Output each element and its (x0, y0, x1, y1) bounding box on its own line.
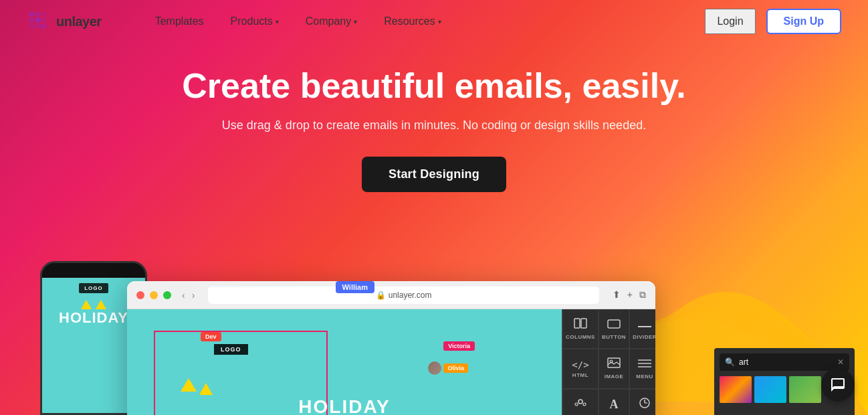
resources-chevron-icon: ▾ (438, 18, 441, 25)
html-label: HTML (572, 372, 588, 378)
nav-item-products[interactable]: Products ▾ (217, 10, 292, 33)
email-triangle-1 (181, 378, 197, 392)
tool-button[interactable]: BUTTON (599, 309, 629, 349)
url-bar[interactable]: 🔒 unlayer.com (208, 286, 599, 304)
svg-rect-3 (35, 18, 40, 23)
collaborator-victoria-badge: Victoria (443, 341, 475, 351)
columns-label: COLUMNS (566, 334, 595, 340)
triangle-decoration-1 (81, 300, 92, 309)
nav-right: Login Sign Up (705, 9, 841, 34)
menu-icon (638, 357, 651, 371)
collaborator-dev-badge: Dev (201, 332, 221, 341)
copy-icon: ⧉ (639, 289, 646, 301)
svg-rect-0 (29, 12, 34, 17)
company-chevron-icon: ▾ (354, 18, 357, 25)
lock-icon: 🔒 (376, 290, 386, 300)
phone-holiday-text: HOLIDAY (59, 309, 128, 327)
timer-icon (639, 397, 651, 412)
email-logo-label: LOGO (214, 344, 248, 355)
button-label: BUTTON (602, 334, 626, 340)
add-tab-icon: + (627, 289, 633, 301)
text-icon: A (610, 398, 619, 412)
search-bar-area: 🔍 ✕ (720, 353, 849, 371)
olivia-avatar (428, 361, 441, 375)
browser-bar: ‹ › 🔒 unlayer.com ⬆ + ⧉ (127, 281, 655, 309)
tool-html[interactable]: </> HTML (562, 349, 599, 388)
nav-item-resources[interactable]: Resources ▾ (370, 10, 454, 33)
tool-timer[interactable]: TIMER (629, 389, 655, 415)
browser-minimize-dot (150, 291, 158, 299)
email-triangle-2 (199, 383, 213, 395)
browser-nav-arrows: ‹ › (182, 290, 195, 301)
editor-panel: COLUMNS BUTTON DIVIDER </> (562, 309, 655, 415)
search-result-2[interactable] (754, 376, 786, 403)
clear-search-icon[interactable]: ✕ (837, 357, 844, 367)
svg-rect-6 (29, 24, 34, 29)
tool-text[interactable]: A TEXT (599, 389, 629, 415)
browser-icons-right: ⬆ + ⧉ (613, 289, 646, 301)
image-icon (607, 357, 621, 371)
chat-bubble[interactable] (821, 368, 855, 402)
nav-links: Templates Products ▾ Company ▾ Resources… (142, 10, 706, 33)
back-arrow-icon: ‹ (182, 290, 185, 301)
email-canvas: Dev LOGO Victoria Olivia HOLIDAY (127, 309, 562, 415)
svg-rect-5 (41, 18, 46, 23)
tool-columns[interactable]: COLUMNS (562, 309, 599, 349)
browser-close-dot (136, 291, 144, 299)
svg-point-19 (575, 403, 578, 406)
browser-content: Dev LOGO Victoria Olivia HOLIDAY (127, 309, 655, 415)
cta-button[interactable]: Start Designing (362, 157, 506, 192)
divider-icon (638, 318, 651, 332)
login-button[interactable]: Login (705, 9, 755, 34)
navbar: unlayer Templates Products ▾ Company ▾ R… (0, 0, 868, 43)
phone-notch (42, 263, 145, 278)
svg-rect-13 (608, 358, 620, 367)
svg-point-20 (583, 403, 586, 406)
products-chevron-icon: ▾ (276, 18, 279, 25)
hero-subtitle: Use drag & drop to create emails in minu… (0, 118, 868, 133)
collaborator-olivia-badge: Olivia (443, 363, 468, 373)
triangle-decoration-2 (96, 300, 106, 309)
tool-social[interactable]: SOCIAL (562, 389, 599, 415)
html-icon: </> (572, 359, 588, 370)
search-icon: 🔍 (725, 357, 735, 367)
button-icon (607, 318, 621, 332)
phone-decorations (81, 300, 106, 309)
search-input[interactable] (739, 357, 833, 367)
logo-icon (27, 9, 51, 33)
phone-logo-text: LOGO (79, 283, 108, 293)
svg-rect-10 (581, 319, 586, 328)
url-text: unlayer.com (389, 290, 432, 300)
hero-content: Create beautiful emails, easily. Use dra… (0, 67, 868, 192)
svg-rect-4 (41, 12, 46, 17)
svg-rect-2 (29, 18, 34, 23)
forward-arrow-icon: › (192, 290, 195, 301)
hero-section: unlayer Templates Products ▾ Company ▾ R… (0, 0, 868, 415)
collaborator-william-badge: William (336, 281, 374, 293)
hero-title: Create beautiful emails, easily. (0, 67, 868, 105)
social-icon (574, 398, 587, 412)
brand-name: unlayer (56, 14, 102, 29)
svg-rect-7 (35, 24, 40, 29)
svg-rect-8 (41, 24, 46, 29)
nav-item-company[interactable]: Company ▾ (292, 10, 370, 33)
tool-divider[interactable]: DIVIDER (629, 309, 655, 349)
nav-item-templates[interactable]: Templates (142, 10, 217, 33)
svg-rect-1 (35, 12, 40, 17)
tool-image[interactable]: IMAGE (599, 349, 629, 388)
logo-area[interactable]: unlayer (27, 9, 102, 33)
svg-point-18 (578, 400, 582, 404)
divider-label: DIVIDER (633, 334, 655, 340)
search-result-1[interactable] (720, 376, 752, 403)
tool-menu[interactable]: MENU (629, 349, 655, 388)
search-result-3[interactable] (789, 376, 821, 403)
email-holiday-text: HOLIDAY (298, 396, 390, 415)
signup-button[interactable]: Sign Up (766, 9, 841, 34)
chat-icon (830, 377, 846, 393)
browser-maximize-dot (163, 291, 171, 299)
menu-label: MENU (636, 374, 653, 380)
svg-rect-11 (608, 320, 620, 328)
collaborator-olivia-area: Olivia (428, 361, 468, 375)
image-label: IMAGE (605, 374, 624, 380)
browser-mockup: ‹ › 🔒 unlayer.com ⬆ + ⧉ William Dev (127, 281, 655, 415)
